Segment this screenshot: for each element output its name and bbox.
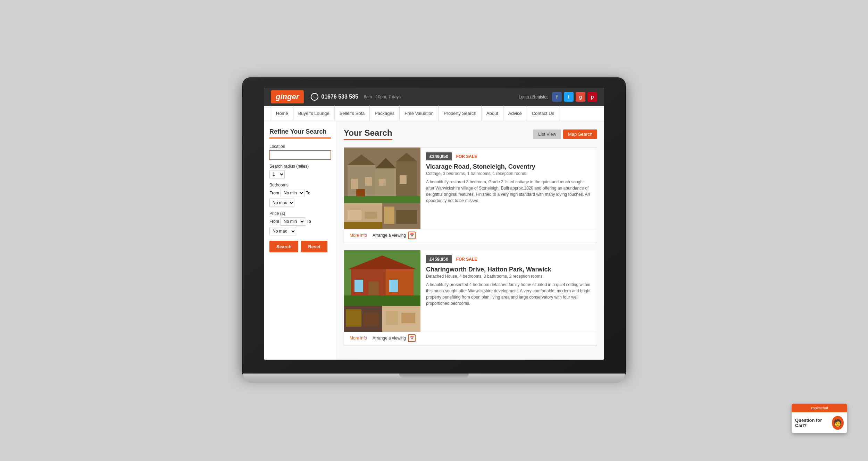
arrange-viewing-1[interactable]: Arrange a viewing 📅 (373, 232, 416, 239)
price-from-label: From (269, 219, 279, 224)
thumb-svg-2b (382, 306, 420, 332)
thumb-image-1b[interactable] (382, 203, 420, 229)
card-actions-2: More info Arrange a viewing 📅 (344, 332, 597, 345)
nav-contact-us[interactable]: Contact Us (527, 106, 559, 121)
nav-free-valuation[interactable]: Free Valuation (400, 106, 439, 121)
thumbnail-row-1 (344, 203, 420, 229)
svg-rect-34 (401, 313, 415, 323)
search-sidebar: Refine Your Search Location Search radiu… (264, 121, 337, 360)
site-logo[interactable]: ginger (271, 90, 304, 103)
price-to-label: To (307, 219, 311, 224)
calendar-icon-1: 📅 (408, 232, 416, 239)
google-plus-icon[interactable]: g (576, 92, 585, 102)
property-card-2: £459,950 FOR SALE Charingworth Drive, Ha… (344, 250, 597, 346)
property-images-1 (344, 148, 420, 229)
arrange-viewing-2[interactable]: Arrange a viewing 📅 (373, 334, 416, 342)
thumb-svg-1b (382, 203, 420, 229)
svg-rect-16 (344, 222, 382, 229)
calendar-icon-2: 📅 (408, 334, 416, 342)
thumb-svg-2a (344, 306, 382, 332)
svg-rect-12 (344, 196, 420, 203)
header-right: Login / Register f t g p (519, 92, 597, 102)
property-info-1: £349,950 FOR SALE Vicarage Road, Stonele… (420, 148, 597, 229)
nav-buyers-lounge[interactable]: Buyer's Lounge (293, 106, 335, 121)
results-area: Your Search List View Map Search (337, 121, 604, 360)
property-description-2: A beautifully presented 4 bedroom detach… (426, 282, 591, 307)
view-toggle: List View Map Search (533, 129, 597, 139)
twitter-icon[interactable]: t (564, 92, 574, 102)
property-title-1[interactable]: Vicarage Road, Stoneleigh, Coventry (426, 163, 591, 170)
reset-button[interactable]: Reset (301, 241, 327, 252)
price-label: Price (£) (269, 211, 331, 216)
phone-icon: 📞 (311, 93, 318, 101)
search-button[interactable]: Search (269, 241, 298, 252)
property-main-image-1[interactable] (344, 148, 420, 203)
status-badge-1: FOR SALE (456, 154, 477, 159)
chat-header: zopimchat (792, 404, 847, 412)
card-actions-1: More info Arrange a viewing 📅 (344, 229, 597, 243)
chat-widget[interactable]: zopimchat Question for Carl? 🧑 (792, 404, 847, 433)
svg-rect-9 (379, 179, 386, 186)
chat-avatar: 🧑 (832, 416, 844, 430)
pinterest-icon[interactable]: p (587, 92, 597, 102)
price-status-row-1: £349,950 FOR SALE (426, 152, 591, 160)
property-title-2[interactable]: Charingworth Drive, Hatton Park, Warwick (426, 266, 591, 273)
laptop-frame: ginger 📞 01676 533 585 8am - 10pm, 7 day… (243, 78, 625, 383)
status-badge-2: FOR SALE (456, 257, 477, 262)
nav-about[interactable]: About (482, 106, 503, 121)
social-icons: f t g p (552, 92, 597, 102)
svg-rect-19 (396, 210, 417, 224)
svg-rect-28 (344, 295, 420, 306)
nav-home[interactable]: Home (271, 106, 293, 121)
arrange-viewing-label-1: Arrange a viewing (373, 233, 406, 238)
phone-hours: 8am - 10pm, 7 days (364, 94, 401, 99)
list-view-button[interactable]: List View (533, 129, 561, 139)
more-info-link-2[interactable]: More info (350, 336, 367, 341)
arrange-viewing-label-2: Arrange a viewing (373, 336, 406, 341)
bedrooms-to-label: To (306, 191, 310, 195)
thumb-image-2a[interactable] (344, 306, 382, 332)
thumbnail-row-2 (344, 306, 420, 332)
bedrooms-to-select[interactable]: No max 1 2 3 4 5 (269, 199, 294, 207)
map-search-button[interactable]: Map Search (563, 129, 597, 139)
price-row: From No min 100000 200000 300000 To No m… (269, 217, 331, 235)
nav-advice[interactable]: Advice (503, 106, 527, 121)
main-nav: Home Buyer's Lounge Seller's Sofa Packag… (264, 106, 604, 121)
price-from-select[interactable]: No min 100000 200000 300000 (281, 217, 305, 226)
property-description-1: A beautifully restored 3 bedroom, Grade … (426, 179, 591, 204)
nav-sellers-sofa[interactable]: Seller's Sofa (335, 106, 370, 121)
bedrooms-label: Bedrooms (269, 183, 331, 187)
svg-rect-31 (363, 313, 379, 327)
phone-number: 01676 533 585 (321, 94, 358, 100)
property-main-image-2[interactable] (344, 250, 420, 306)
search-actions: Search Reset (269, 241, 331, 252)
nav-property-search[interactable]: Property Search (439, 106, 482, 121)
thumb-image-1a[interactable] (344, 203, 382, 229)
property-image-svg-1 (344, 148, 420, 203)
svg-rect-10 (400, 175, 407, 184)
login-register-link[interactable]: Login / Register (519, 94, 548, 99)
chat-question-text: Question for Carl? (795, 418, 829, 428)
thumb-svg-1a (344, 203, 382, 229)
phone-area: 📞 01676 533 585 8am - 10pm, 7 days (311, 93, 401, 101)
facebook-icon[interactable]: f (552, 92, 562, 102)
property-card-main-1: £349,950 FOR SALE Vicarage Road, Stonele… (344, 148, 597, 229)
results-header: Your Search List View Map Search (344, 128, 597, 140)
property-subtitle-2: Detached House, 4 bedrooms, 3 bathrooms,… (426, 274, 591, 279)
location-input[interactable] (269, 150, 331, 160)
thumb-image-2b[interactable] (382, 306, 420, 332)
price-badge-2: £459,950 (426, 255, 452, 263)
nav-packages[interactable]: Packages (370, 106, 400, 121)
price-to-select[interactable]: No max 300000 500000 1000000 (269, 227, 296, 235)
radius-label: Search radius (miles) (269, 164, 331, 169)
radius-select[interactable]: 1 5 10 20 (269, 170, 285, 178)
svg-rect-18 (384, 207, 394, 224)
sidebar-title: Refine Your Search (269, 128, 331, 139)
laptop-base (243, 374, 625, 383)
chat-body: Question for Carl? 🧑 (792, 412, 847, 433)
property-image-svg-2 (344, 250, 420, 306)
bedrooms-row: From No min 1 2 3 4 5 To No max 1 (269, 189, 331, 207)
svg-rect-15 (365, 212, 377, 219)
bedrooms-from-select[interactable]: No min 1 2 3 4 5 (281, 189, 304, 197)
more-info-link-1[interactable]: More info (350, 233, 367, 238)
